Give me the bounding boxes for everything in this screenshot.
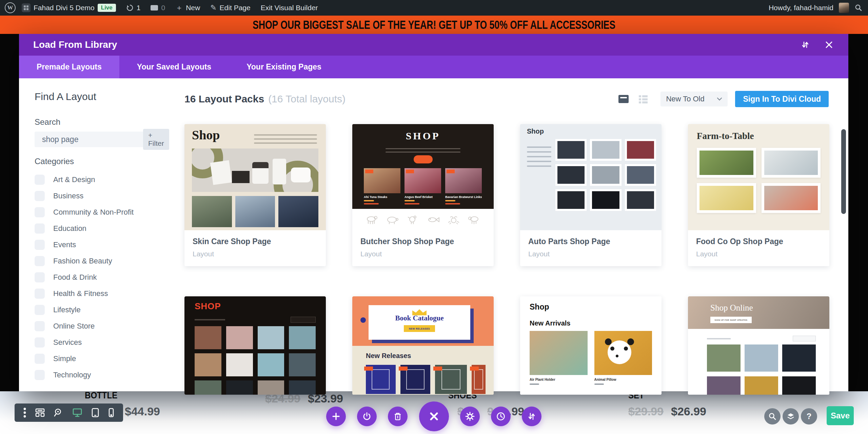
- promo-banner: SHOP OUR BIGGEST SALE OF THE YEAR! GET U…: [0, 16, 868, 34]
- add-button[interactable]: [326, 407, 346, 426]
- tab-your-existing-pages[interactable]: Your Existing Pages: [229, 56, 339, 78]
- category-checkbox[interactable]: [35, 305, 45, 315]
- thumb-heading: Farm-to-Table: [697, 131, 754, 141]
- grid-view-button[interactable]: [618, 94, 629, 104]
- layout-card-book-catalogue[interactable]: Book Catalogue NEW RELEASES New Releases: [352, 296, 494, 395]
- magnifier-icon: [768, 412, 776, 420]
- category-row[interactable]: Education: [35, 220, 174, 237]
- category-row[interactable]: Community & Non-Profit: [35, 204, 174, 220]
- question-icon: ?: [807, 412, 812, 421]
- site-menu[interactable]: Fahad Divi 5 Demo Live: [22, 3, 116, 12]
- photo: [235, 196, 275, 227]
- wordpress-logo-icon[interactable]: W: [5, 2, 16, 13]
- category-checkbox[interactable]: [35, 240, 45, 250]
- thumb-product: [258, 353, 284, 376]
- thumb-heading: Shop: [530, 302, 549, 312]
- new-content-menu[interactable]: ＋ New: [175, 3, 200, 13]
- thumb-product: [226, 380, 253, 395]
- category-checkbox[interactable]: [35, 256, 45, 266]
- portability-button[interactable]: [522, 407, 541, 426]
- search-box[interactable]: + Filter: [35, 132, 153, 147]
- category-row[interactable]: Health & Fitness: [35, 285, 174, 302]
- category-checkbox[interactable]: [35, 354, 45, 364]
- tab-premade-layouts[interactable]: Premade Layouts: [19, 56, 119, 78]
- portability-icon[interactable]: [800, 40, 810, 50]
- category-row[interactable]: Simple: [35, 351, 174, 367]
- category-row[interactable]: Events: [35, 237, 174, 253]
- preview-zoom-button[interactable]: [764, 408, 781, 425]
- layout-card-food-co-op[interactable]: Farm-to-Table: [688, 124, 829, 266]
- modal-tab-bar: Premade Layouts Your Saved Layouts Your …: [19, 56, 848, 78]
- close-settings-button[interactable]: [419, 401, 449, 431]
- clear-layout-button[interactable]: [388, 407, 408, 426]
- howdy-label[interactable]: Howdy, fahad-hamid: [769, 4, 833, 12]
- sort-dropdown[interactable]: New To Old: [660, 92, 728, 106]
- category-checkbox[interactable]: [35, 272, 45, 282]
- category-checkbox[interactable]: [35, 191, 45, 201]
- comments-menu[interactable]: 0: [151, 4, 165, 12]
- layout-card-auto-parts[interactable]: Shop: [520, 124, 662, 266]
- category-row[interactable]: Art & Design: [35, 172, 174, 188]
- tablet-view-button[interactable]: [91, 408, 99, 417]
- layout-card-sunglasses[interactable]: SHOP: [184, 296, 326, 395]
- search-icon[interactable]: [854, 4, 863, 12]
- help-button[interactable]: ?: [801, 408, 817, 425]
- close-icon[interactable]: [824, 40, 834, 50]
- save-button[interactable]: Save: [827, 406, 854, 425]
- layout-card-title[interactable]: Skin Care Shop Page: [193, 237, 318, 246]
- thumb-photo: [697, 148, 756, 178]
- edit-page-menu[interactable]: ✎ Edit Page: [210, 3, 251, 12]
- update-count: 1: [137, 4, 141, 12]
- category-row[interactable]: Services: [35, 334, 174, 351]
- wp-admin-bar: W Fahad Divi 5 Demo Live 1 0 ＋ New ✎ Edi…: [0, 0, 868, 16]
- menu-dots-button[interactable]: [23, 407, 26, 418]
- layout-card-butcher[interactable]: SHOP Ahi Tuna Steaks: [352, 124, 494, 266]
- layout-filter-sidebar: Find A Layout Search + Filter Categories…: [35, 91, 174, 383]
- layout-card-title[interactable]: Food Co Op Shop Page: [696, 237, 821, 246]
- desktop-view-button[interactable]: [72, 408, 82, 417]
- wireframe-view-button[interactable]: [35, 408, 45, 417]
- tab-your-saved-layouts[interactable]: Your Saved Layouts: [119, 56, 229, 78]
- layout-card-title[interactable]: Butcher Shop Shop Page: [360, 237, 486, 246]
- exit-visual-builder[interactable]: Exit Visual Builder: [261, 4, 318, 12]
- site-name[interactable]: Fahad Divi 5 Demo: [34, 4, 95, 12]
- avatar[interactable]: [839, 3, 849, 13]
- category-row[interactable]: Lifestyle: [35, 302, 174, 318]
- signin-divi-cloud-button[interactable]: Sign In To Divi Cloud: [735, 91, 829, 107]
- layout-card-shop-online[interactable]: Shop Online SIGN UP FOR SHOP UPDATES: [688, 296, 829, 395]
- thumb-button: [414, 155, 433, 163]
- category-checkbox[interactable]: [35, 223, 45, 234]
- phone-view-button[interactable]: [108, 408, 114, 417]
- category-row[interactable]: Online Store: [35, 318, 174, 334]
- layout-card-title[interactable]: Auto Parts Shop Page: [528, 237, 653, 246]
- category-label: Events: [53, 240, 76, 249]
- category-checkbox[interactable]: [35, 370, 45, 380]
- search-input[interactable]: [41, 135, 143, 144]
- list-view-button[interactable]: [638, 94, 648, 104]
- category-checkbox[interactable]: [35, 175, 45, 185]
- cow-icon: [364, 215, 379, 225]
- thumb-product: [226, 326, 253, 349]
- category-row[interactable]: Business: [35, 188, 174, 204]
- category-checkbox[interactable]: [35, 207, 45, 217]
- layout-card-subtitle: Layout: [528, 250, 653, 258]
- editing-history-button[interactable]: [491, 407, 511, 426]
- page-settings-button[interactable]: [460, 407, 480, 426]
- layers-button[interactable]: [783, 408, 799, 425]
- category-row[interactable]: Fashion & Beauty: [35, 253, 174, 269]
- layout-card-new-arrivals[interactable]: Shop New Arrivals Air Plant Holder: [520, 296, 662, 395]
- text-placeholder: [707, 336, 816, 341]
- add-filter-button[interactable]: + Filter: [143, 129, 169, 150]
- category-row[interactable]: Food & Drink: [35, 269, 174, 285]
- thumb-product: [590, 189, 621, 211]
- zoom-button[interactable]: [54, 408, 63, 417]
- category-checkbox[interactable]: [35, 289, 45, 299]
- category-label: Education: [53, 224, 86, 233]
- category-row[interactable]: Technology: [35, 367, 174, 383]
- category-checkbox[interactable]: [35, 337, 45, 348]
- modal-scrollbar[interactable]: [841, 129, 846, 214]
- updates-menu[interactable]: 1: [126, 4, 141, 12]
- save-to-library-button[interactable]: [357, 407, 377, 426]
- category-checkbox[interactable]: [35, 321, 45, 331]
- layout-card-skin-care[interactable]: Shop Skin Care Shop Page: [184, 124, 326, 266]
